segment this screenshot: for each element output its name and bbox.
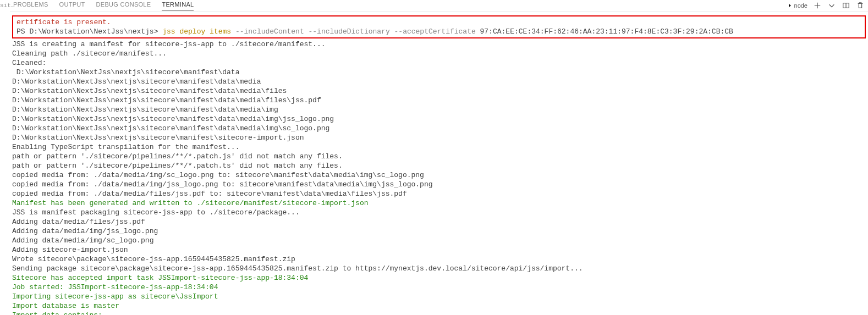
panel-main: PROBLEMS OUTPUT DEBUG CONSOLE TERMINAL n…	[10, 0, 868, 315]
terminal-split-chevron[interactable]	[827, 1, 836, 10]
output-line: Enabling TypeScript transpilation for th…	[12, 142, 866, 152]
output-line: JSS is manifest packaging sitecore-jss-a…	[12, 208, 866, 217]
shell-selector[interactable]: node	[787, 2, 807, 9]
output-line: Wrote sitecore\package\sitecore-jss-app.…	[12, 255, 866, 264]
activity-gutter: sit…	[0, 0, 10, 315]
output-line: D:\Workstation\NextJss\nextjs\sitecore\m…	[12, 68, 866, 77]
output-line: D:\Workstation\NextJss\nextjs\sitecore\m…	[12, 86, 866, 96]
output-line: D:\Workstation\NextJss\nextjs\sitecore\m…	[12, 77, 866, 86]
editor-window: sit… PROBLEMS OUTPUT DEBUG CONSOLE TERMI…	[0, 0, 868, 315]
trash-icon	[856, 2, 864, 9]
output-line: Adding sitecore-import.json	[12, 245, 866, 255]
kill-terminal-button[interactable]	[856, 1, 865, 10]
tab-terminal[interactable]: TERMINAL	[162, 1, 194, 10]
output-line: D:\Workstation\NextJss\nextjs\sitecore\m…	[12, 105, 866, 114]
tab-problems[interactable]: PROBLEMS	[13, 1, 48, 10]
plus-icon	[814, 2, 821, 9]
gutter-label: sit…	[0, 2, 10, 9]
split-icon	[842, 2, 850, 9]
tab-output[interactable]: OUTPUT	[59, 1, 85, 10]
output-line: D:\Workstation\NextJss\nextjs\sitecore\m…	[12, 114, 866, 124]
output-line: Sending package sitecore\package\sitecor…	[12, 264, 866, 273]
cmd-flags: --includeContent --includeDictionary --a…	[231, 27, 476, 36]
cmd-args: deploy items	[175, 27, 231, 36]
output-line-success: Manifest has been generated and written …	[12, 198, 866, 208]
cmd-thumbprint: 97:CA:EE:CE:34:FF:62:46:AA:23:11:97:F4:8…	[476, 27, 733, 36]
output-line: D:\Workstation\NextJss\nextjs\sitecore\m…	[12, 124, 866, 133]
output-line: Adding data/media/img/sc_logo.png	[12, 236, 866, 245]
panel-actions: node	[787, 1, 865, 10]
new-terminal-button[interactable]	[813, 1, 822, 10]
error-tail-line: ertificate is present.	[17, 18, 861, 27]
output-line-success: Sitecore has accepted import task JSSImp…	[12, 273, 866, 283]
output-line: copied media from: ./data/media/img/jss_…	[12, 180, 866, 189]
shell-name: node	[794, 2, 807, 9]
command-highlight: ertificate is present. PS D:\Workstation…	[12, 15, 866, 38]
tab-debug-console[interactable]: DEBUG CONSOLE	[96, 1, 151, 10]
prompt-line: PS D:\Workstation\NextJss\nextjs> jss de…	[17, 27, 861, 36]
output-line: JSS is creating a manifest for sitecore-…	[12, 40, 866, 49]
output-line: Adding data/media/img/jss_logo.png	[12, 226, 866, 236]
output-line: copied media from: ./data/media/img/sc_l…	[12, 170, 866, 180]
output-line: Cleaning path ./sitecore/manifest...	[12, 49, 866, 58]
output-line-success: Import data contains:	[12, 311, 866, 315]
output-line-success: Import database is master	[12, 301, 866, 311]
output-line-success: Job started: JSSImport-sitecore-jss-app-…	[12, 283, 866, 292]
terminal-output[interactable]: ertificate is present. PS D:\Workstation…	[10, 12, 868, 315]
output-line-success: Importing sitecore-jss-app as sitecore\J…	[12, 292, 866, 301]
output-line: Adding data/media/files/jss.pdf	[12, 217, 866, 226]
output-line: D:\Workstation\NextJss\nextjs\sitecore\m…	[12, 96, 866, 105]
prompt-path: D:\Workstation\NextJss\nextjs>	[29, 27, 162, 36]
chevron-down-icon	[828, 2, 836, 9]
output-line: path or pattern './sitecore/pipelines/**…	[12, 152, 866, 161]
split-terminal-button[interactable]	[842, 1, 850, 10]
output-line: Cleaned:	[12, 58, 866, 68]
output-line: path or pattern './sitecore/pipelines/**…	[12, 161, 866, 170]
output-line: D:\Workstation\NextJss\nextjs\sitecore\m…	[12, 133, 866, 142]
cmd-jss: jss	[162, 27, 175, 36]
prompt-ps: PS	[17, 27, 29, 36]
panel-tabbar: PROBLEMS OUTPUT DEBUG CONSOLE TERMINAL n…	[10, 0, 868, 12]
output-line: copied media from: ./data/media/files/js…	[12, 189, 866, 198]
caret-right-icon	[787, 3, 793, 8]
